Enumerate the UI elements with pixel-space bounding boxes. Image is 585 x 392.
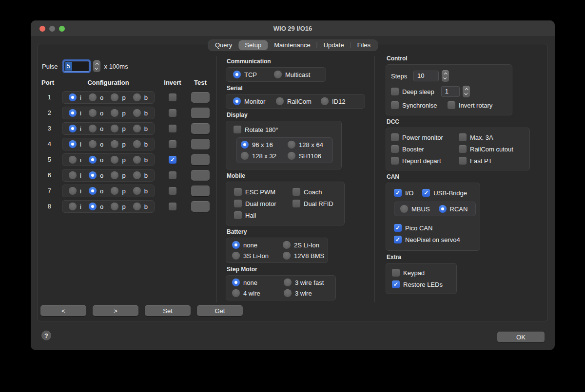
railcom-radio[interactable] <box>276 97 284 105</box>
port-3-radio-p[interactable] <box>111 125 118 132</box>
port-7-radio-i[interactable] <box>69 187 77 195</box>
port-5-radio-b[interactable] <box>133 156 141 164</box>
port-3-test-button[interactable] <box>191 123 210 134</box>
steps-input[interactable]: 10 <box>413 71 439 81</box>
railcom-cutout-checkbox[interactable] <box>459 145 467 153</box>
port-8-test-button[interactable] <box>191 201 210 212</box>
invert-rotary-checkbox[interactable] <box>448 101 455 109</box>
port-5-radio-i[interactable] <box>69 156 77 164</box>
multicast-radio[interactable] <box>274 71 282 78</box>
port-2-radio-p[interactable] <box>111 109 118 117</box>
keypad-checkbox[interactable] <box>392 269 400 277</box>
port-8-radio-p[interactable] <box>111 203 118 210</box>
next-button[interactable]: > <box>93 305 138 316</box>
get-button[interactable]: Get <box>197 305 243 316</box>
port-1-invert-checkbox[interactable] <box>169 93 176 101</box>
port-4-invert-checkbox[interactable] <box>169 140 176 148</box>
steps-stepper[interactable] <box>442 70 449 82</box>
port-5-radio-p[interactable] <box>111 156 118 164</box>
step-4wire-radio[interactable] <box>232 289 240 297</box>
deep-sleep-stepper[interactable] <box>463 86 470 97</box>
port-2-test-button[interactable] <box>191 108 210 118</box>
port-8-radio-b[interactable] <box>133 203 141 210</box>
report-depart-checkbox[interactable] <box>391 157 399 165</box>
port-8-radio-i[interactable] <box>69 203 77 210</box>
port-8-radio-o[interactable] <box>89 203 97 210</box>
port-1-radio-p[interactable] <box>111 93 118 101</box>
close-button[interactable] <box>39 26 45 32</box>
pulse-input[interactable]: 5 <box>64 61 89 72</box>
port-4-radio-i[interactable] <box>69 140 77 148</box>
can-io-checkbox[interactable] <box>394 189 402 197</box>
monitor-radio[interactable] <box>233 97 241 105</box>
hall-checkbox[interactable] <box>234 211 242 219</box>
port-7-radio-o[interactable] <box>89 187 97 195</box>
help-button[interactable]: ? <box>41 331 51 340</box>
tab-query[interactable]: Query <box>209 40 238 50</box>
port-3-radio-o[interactable] <box>89 125 97 132</box>
port-4-test-button[interactable] <box>191 139 210 149</box>
step-none-radio[interactable] <box>232 279 240 286</box>
tab-update[interactable]: Update <box>317 40 351 50</box>
port-5-test-button[interactable] <box>191 154 210 165</box>
port-6-radio-i[interactable] <box>69 171 77 179</box>
esc-pwm-checkbox[interactable] <box>234 188 242 196</box>
res-128x32-radio[interactable] <box>241 152 249 160</box>
power-monitor-checkbox[interactable] <box>391 133 399 141</box>
port-4-radio-b[interactable] <box>133 140 141 148</box>
port-8-invert-checkbox[interactable] <box>169 203 176 210</box>
port-6-invert-checkbox[interactable] <box>169 171 176 179</box>
port-1-radio-b[interactable] <box>133 93 141 101</box>
port-6-test-button[interactable] <box>191 170 210 181</box>
neopixel-checkbox[interactable] <box>394 236 402 243</box>
port-7-radio-b[interactable] <box>133 187 141 195</box>
port-4-radio-o[interactable] <box>89 140 97 148</box>
port-7-test-button[interactable] <box>191 186 210 196</box>
port-7-radio-p[interactable] <box>111 187 118 195</box>
port-5-radio-o[interactable] <box>89 156 97 164</box>
synchronise-checkbox[interactable] <box>391 101 399 109</box>
port-3-radio-b[interactable] <box>133 125 141 132</box>
fast-pt-checkbox[interactable] <box>459 157 467 165</box>
port-6-radio-o[interactable] <box>89 171 97 179</box>
tab-maintenance[interactable]: Maintenance <box>268 40 316 50</box>
port-2-radio-o[interactable] <box>89 109 97 117</box>
step-3wire-radio[interactable] <box>284 289 292 297</box>
res-128x64-radio[interactable] <box>288 141 295 149</box>
tcp-radio[interactable] <box>233 71 241 78</box>
pico-can-checkbox[interactable] <box>394 224 402 232</box>
port-3-radio-i[interactable] <box>69 125 77 132</box>
restore-leds-checkbox[interactable] <box>392 280 400 288</box>
dual-rfid-checkbox[interactable] <box>292 200 300 207</box>
pulse-stepper[interactable] <box>93 60 100 72</box>
ok-button[interactable]: OK <box>497 332 545 342</box>
port-3-invert-checkbox[interactable] <box>169 125 176 132</box>
rotate-180-checkbox[interactable] <box>234 126 241 133</box>
port-7-invert-checkbox[interactable] <box>169 187 176 195</box>
zoom-button[interactable] <box>59 26 65 32</box>
port-6-radio-b[interactable] <box>133 171 141 179</box>
port-2-radio-b[interactable] <box>133 109 141 117</box>
usb-bridge-checkbox[interactable] <box>422 189 430 197</box>
deep-sleep-input[interactable]: 1 <box>441 86 460 97</box>
set-button[interactable]: Set <box>145 305 191 316</box>
tab-setup[interactable]: Setup <box>238 40 268 50</box>
battery-2s-radio[interactable] <box>283 241 291 249</box>
port-1-test-button[interactable] <box>191 92 210 103</box>
port-1-radio-i[interactable] <box>69 93 77 101</box>
battery-none-radio[interactable] <box>232 241 240 249</box>
port-5-invert-checkbox[interactable] <box>169 156 176 164</box>
tab-files[interactable]: Files <box>351 40 377 50</box>
port-2-invert-checkbox[interactable] <box>169 109 176 117</box>
coach-checkbox[interactable] <box>292 188 300 196</box>
port-4-radio-p[interactable] <box>111 140 118 148</box>
port-6-radio-p[interactable] <box>111 171 118 179</box>
res-96x16-radio[interactable] <box>241 141 249 149</box>
battery-3s-radio[interactable] <box>232 252 240 260</box>
max-3a-checkbox[interactable] <box>459 133 467 141</box>
mbus-radio[interactable] <box>400 205 408 213</box>
port-1-radio-o[interactable] <box>89 93 97 101</box>
res-sh1106-radio[interactable] <box>288 152 295 160</box>
rcan-radio[interactable] <box>439 205 447 213</box>
step-3wire-fast-radio[interactable] <box>284 279 292 286</box>
